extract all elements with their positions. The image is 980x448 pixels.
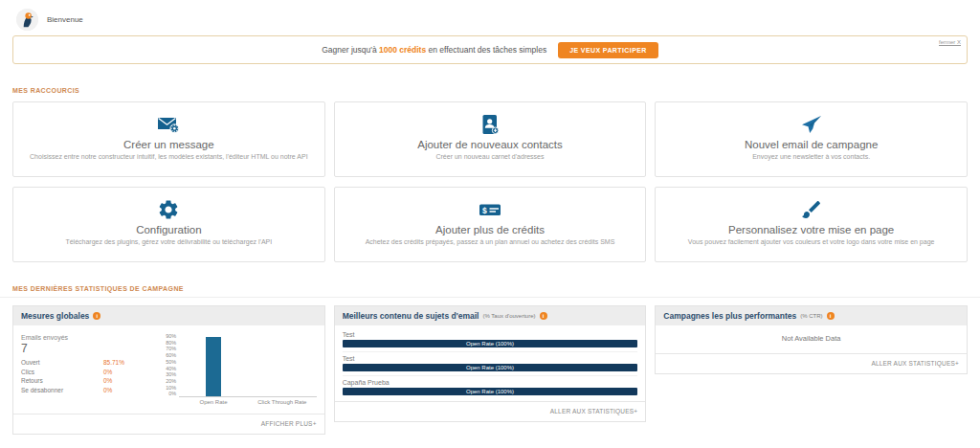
global-chart-plot <box>179 334 317 397</box>
credits-highlight: 1000 crédits <box>379 45 426 55</box>
credits-dollar-icon: $ <box>346 198 635 221</box>
y-tick-label: 90% <box>163 334 176 340</box>
subject-item: Test Open Rate (100%) <box>343 328 638 352</box>
card-customize-layout[interactable]: Personnalisez votre mise en page Vous po… <box>655 187 968 262</box>
promo-banner: Gagner jusqu'à 1000 crédits en effectuan… <box>12 35 968 64</box>
panel-best-subjects: Meilleurs contenu de sujets d'email (% T… <box>334 305 647 422</box>
subject-item: Test Open Rate (100%) <box>343 352 638 376</box>
y-tick-label: 40% <box>163 367 176 372</box>
y-tick-label: 30% <box>163 372 176 378</box>
y-tick-label: 70% <box>163 347 176 352</box>
stat-label: Se désabonner <box>21 387 103 393</box>
panel-header: Campagnes les plus performantes (% CTR) … <box>656 306 967 325</box>
shortcuts-heading: MES RACCOURCIS <box>12 87 968 94</box>
welcome-text: Bienvenue <box>47 15 83 24</box>
subject-bar: Open Rate (100%) <box>343 388 638 395</box>
panel-top-campaigns: Campagnes les plus performantes (% CTR) … <box>655 305 968 374</box>
panel-subtitle: (% CTR) <box>800 313 822 319</box>
paint-brush-icon <box>667 198 955 221</box>
envelope-gear-icon <box>25 113 313 136</box>
stat-row: Retours 0% <box>21 377 163 384</box>
card-title: Personnalisez votre mise en page <box>667 224 955 235</box>
global-chart-bar <box>206 337 221 396</box>
stat-row: Se désabonner 0% <box>21 387 163 393</box>
participate-button[interactable]: JE VEUX PARTICIPER <box>558 42 658 58</box>
y-tick-label: 60% <box>163 353 176 359</box>
card-new-campaign[interactable]: Nouvel email de campagne Envoyez une new… <box>655 101 968 177</box>
heading-divider <box>0 297 980 298</box>
subject-label: Test <box>343 331 638 338</box>
banner-close-link[interactable]: fermer X <box>939 39 961 45</box>
card-title: Créer un message <box>25 139 313 150</box>
go-to-statistics-link[interactable]: ALLER AUX STATISTIQUES+ <box>656 353 967 373</box>
panel-header: Meilleurs contenu de sujets d'email (% T… <box>335 306 646 325</box>
panel-global-measures: Mesures globales i Emails envoyés 7 Ouve… <box>12 305 325 435</box>
global-chart-xlabels: Open Rate Click Through Rate <box>163 399 317 405</box>
card-add-credits[interactable]: $ Ajouter plus de crédits Achetez des cr… <box>334 187 647 262</box>
show-more-link[interactable]: AFFICHER PLUS+ <box>13 414 324 434</box>
card-title: Ajouter de nouveaux contacts <box>346 139 635 150</box>
emails-sent-value: 7 <box>21 342 163 355</box>
subject-label: Capaña Prueba <box>343 379 638 386</box>
svg-text:$: $ <box>482 206 487 215</box>
card-subtitle: Envoyez une newsletter à vos contacts. <box>667 153 955 160</box>
global-measures-body: Emails envoyés 7 Ouvert 85.71% Clics 0% … <box>13 325 324 405</box>
card-configuration[interactable]: Configuration Téléchargez des plugins, g… <box>12 187 325 262</box>
y-tick-label: 10% <box>163 386 176 392</box>
subject-bar: Open Rate (100%) <box>343 340 638 347</box>
statistics-panels: Mesures globales i Emails envoyés 7 Ouve… <box>12 305 968 435</box>
add-contact-icon <box>346 113 635 136</box>
subject-bar: Open Rate (100%) <box>343 364 638 371</box>
card-title: Configuration <box>25 224 313 235</box>
avatar <box>16 9 38 31</box>
subject-label: Test <box>343 355 638 362</box>
card-add-contacts[interactable]: Ajouter de nouveaux contacts Créer un no… <box>334 101 647 177</box>
y-tick-label: 0% <box>163 392 176 397</box>
panel-header: Mesures globales i <box>13 306 324 325</box>
info-icon[interactable]: i <box>93 312 100 320</box>
y-tick-label: 80% <box>163 341 176 347</box>
x-tick-label: Open Rate <box>179 399 248 405</box>
x-tick-label: Click Through Rate <box>248 399 317 405</box>
stat-value: 0% <box>103 369 112 375</box>
panel-title: Mesures globales <box>21 311 89 321</box>
stat-value: 0% <box>103 377 112 384</box>
card-title: Nouvel email de campagne <box>667 139 955 150</box>
card-subtitle: Téléchargez des plugins, gérez votre dél… <box>25 238 313 245</box>
paper-plane-icon <box>667 113 955 136</box>
info-icon[interactable]: i <box>827 312 835 320</box>
info-icon[interactable]: i <box>540 312 547 320</box>
subject-item: Capaña Prueba Open Rate (100%) <box>343 376 638 399</box>
card-title: Ajouter plus de crédits <box>346 224 635 235</box>
y-tick-label: 20% <box>163 379 176 385</box>
panel-subtitle: (% Taux d'ouverture) <box>482 313 535 319</box>
global-chart-yaxis: 90%80%70%60%50%40%30%20%10%0% <box>163 334 179 397</box>
panel-title: Meilleurs contenu de sujets d'email <box>343 311 479 321</box>
y-tick-label: 50% <box>163 360 176 366</box>
card-subtitle: Vous pouvez facilement ajouter vos coule… <box>667 238 955 245</box>
stat-label: Ouvert <box>21 359 103 366</box>
card-subtitle: Créer un nouveau carnet d'adresses <box>346 153 635 160</box>
stat-value: 85.71% <box>103 359 124 366</box>
shortcut-cards: Créer un message Choisissez entre notre … <box>12 101 968 262</box>
card-create-message[interactable]: Créer un message Choisissez entre notre … <box>12 101 325 177</box>
subjects-list: Test Open Rate (100%) Test Open Rate (10… <box>335 325 646 401</box>
stat-value: 0% <box>103 387 112 393</box>
promo-text: Gagner jusqu'à 1000 crédits en effectuan… <box>322 45 546 55</box>
statistics-heading: MES DERNIÈRES STATISTIQUES DE CAMPAGNE <box>12 285 968 292</box>
stat-row: Ouvert 85.71% <box>21 359 163 366</box>
panel-title: Campagnes les plus performantes <box>663 311 796 321</box>
stat-row: Clics 0% <box>21 369 163 375</box>
emails-sent-label: Emails envoyés <box>21 334 163 341</box>
stat-label: Clics <box>21 369 103 375</box>
card-subtitle: Choisissez entre notre constructeur intu… <box>25 153 313 160</box>
stat-label: Retours <box>21 377 103 384</box>
global-measures-chart: 90%80%70%60%50%40%30%20%10%0% Open Rate … <box>163 332 317 405</box>
bird-logo-icon <box>16 9 38 31</box>
no-data-message: Not Available Data <box>656 325 967 353</box>
card-subtitle: Achetez des crédits prépayés, passez à u… <box>346 238 635 245</box>
go-to-statistics-link[interactable]: ALLER AUX STATISTIQUES+ <box>335 401 646 421</box>
top-bar: Bienvenue <box>0 0 980 33</box>
gear-icon <box>25 198 313 221</box>
